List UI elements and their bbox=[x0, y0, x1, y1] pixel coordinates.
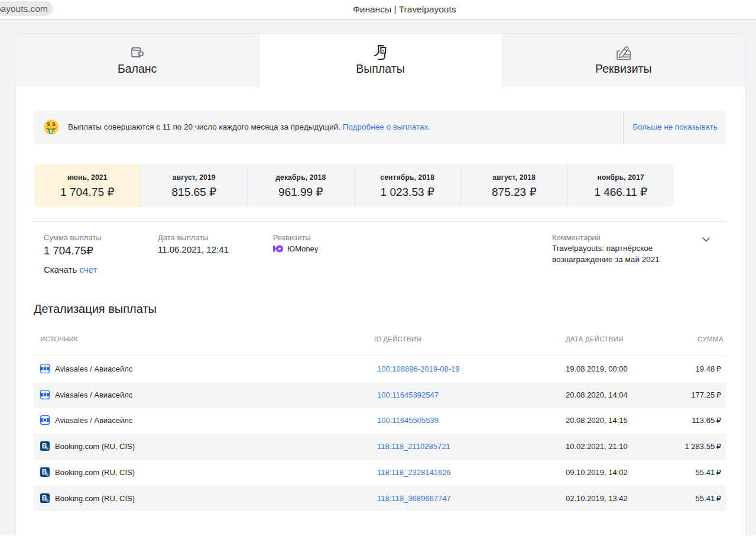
svg-text:$: $ bbox=[52, 121, 56, 127]
svg-text:$: $ bbox=[47, 121, 50, 127]
svg-text:$: $ bbox=[50, 128, 53, 134]
